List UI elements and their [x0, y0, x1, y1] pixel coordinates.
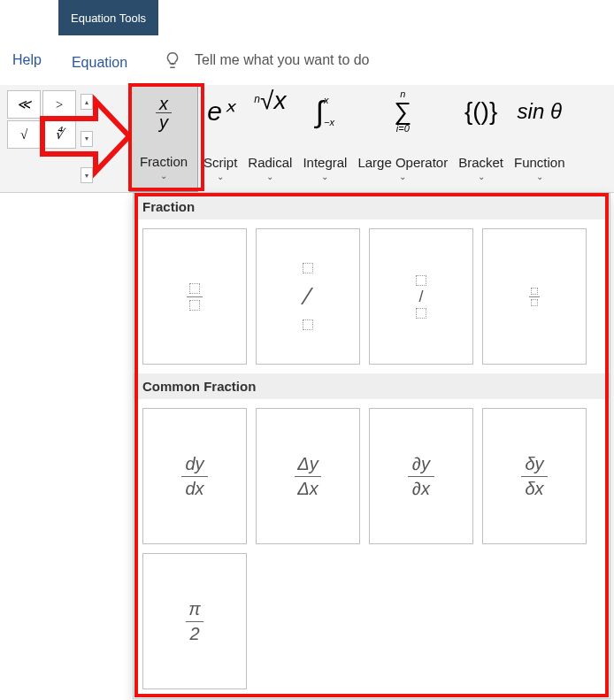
- fraction-small[interactable]: [482, 228, 587, 365]
- script-button[interactable]: eˣ Script⌄: [198, 85, 242, 192]
- tab-help[interactable]: Help: [0, 35, 54, 85]
- gallery-section-common: Common Fraction: [134, 373, 610, 399]
- fraction-button[interactable]: x y Fraction⌄: [129, 85, 198, 192]
- function-button[interactable]: sin θ Function⌄: [509, 85, 571, 192]
- chevron-down-icon: ⌄: [266, 172, 273, 182]
- frac-y: y: [159, 113, 168, 131]
- common-frac-pi-2[interactable]: π2: [142, 553, 247, 689]
- radical-button[interactable]: n √x Radical⌄: [242, 85, 297, 192]
- chevron-down-icon: ⌄: [536, 172, 543, 182]
- large-operator-button[interactable]: n ∑ i=0 Large Operator⌄: [352, 85, 453, 192]
- integral-button[interactable]: ∫ x −x Integral⌄: [297, 85, 352, 192]
- frac-x: x: [159, 95, 168, 112]
- chevron-down-icon: ⌄: [478, 172, 485, 182]
- fraction-linear[interactable]: /: [369, 228, 473, 365]
- tell-me-label: Tell me what you want to do: [195, 52, 369, 68]
- gallery-section-fraction: Fraction: [134, 194, 610, 219]
- chevron-down-icon: ⌄: [160, 171, 167, 181]
- chevron-down-icon: ⌄: [321, 172, 328, 182]
- fraction-stacked[interactable]: [142, 228, 247, 365]
- contextual-tab-title: Equation Tools: [58, 0, 158, 35]
- common-frac-delta-y-x[interactable]: ΔyΔx: [256, 408, 360, 544]
- tab-equation[interactable]: Equation: [54, 37, 145, 87]
- chevron-down-icon: ⌄: [217, 172, 224, 182]
- annotation-arrow: [34, 92, 131, 181]
- common-frac-delta-small[interactable]: δyδx: [482, 408, 587, 544]
- chevron-down-icon: ⌄: [399, 172, 406, 182]
- common-frac-dy-dx[interactable]: dydx: [142, 408, 247, 544]
- bracket-button[interactable]: {()} Bracket⌄: [453, 85, 509, 192]
- tell-me-search[interactable]: Tell me what you want to do: [163, 50, 369, 70]
- common-frac-partial[interactable]: ∂y∂x: [369, 408, 473, 544]
- fraction-gallery: Fraction ⁄ /: [133, 193, 610, 699]
- lightbulb-icon: [163, 50, 182, 70]
- fraction-skewed[interactable]: ⁄: [256, 228, 360, 365]
